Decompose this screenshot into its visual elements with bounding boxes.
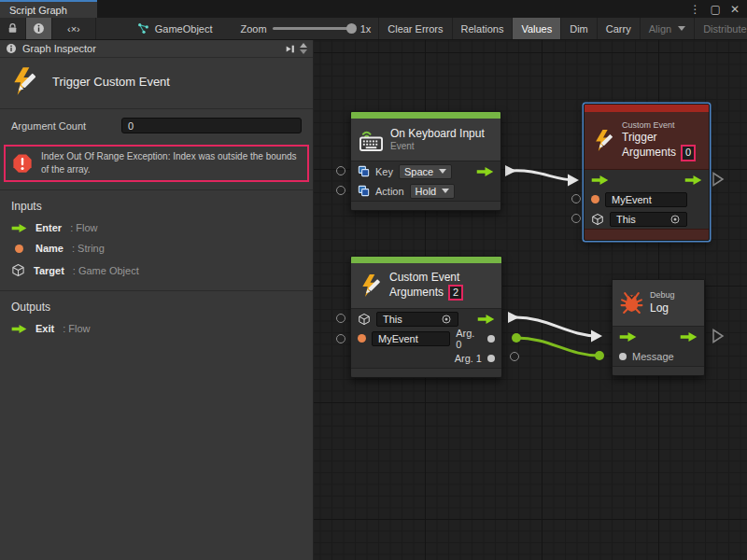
menu-icon[interactable]: ⋮ — [690, 4, 701, 15]
enum-icon — [358, 185, 370, 197]
spinner-down-icon[interactable] — [300, 49, 307, 54]
event-name-field[interactable]: MyEvent — [605, 192, 687, 207]
spinner-up-icon[interactable] — [300, 43, 307, 48]
zoom-slider[interactable] — [273, 27, 355, 30]
graph-canvas[interactable]: On Keyboard Input Event Key Space Action — [314, 40, 747, 560]
dim-button[interactable]: Dim — [561, 18, 598, 39]
event-colorbar — [351, 257, 501, 263]
port-trigger-name[interactable] — [571, 194, 581, 203]
dock-panel-icon[interactable] — [284, 43, 296, 55]
zoom-value: 1x — [360, 23, 372, 35]
tab-bar-spacer — [97, 0, 683, 18]
node-footer — [613, 366, 704, 375]
carry-button[interactable]: Carry — [598, 18, 641, 39]
gameobject-cube-icon[interactable] — [358, 313, 371, 326]
flow-in-port[interactable] — [591, 175, 609, 186]
node-header: On Keyboard Input Event — [351, 119, 500, 161]
distribute-button[interactable]: Distribute — [695, 18, 747, 39]
wire-keyboard-to-trigger[interactable] — [505, 165, 579, 187]
wire-arg0-to-message[interactable] — [512, 333, 604, 360]
argument-count-input[interactable] — [121, 118, 302, 133]
custom-event-icon — [592, 129, 615, 152]
outputs-section: Outputs Exit : Flow — [0, 291, 313, 347]
node-footer — [351, 201, 500, 210]
gameobject-cube-icon[interactable] — [591, 213, 604, 226]
key-row: Key Space — [351, 161, 500, 181]
node-header: Custom Event Arguments 2 — [351, 263, 501, 309]
values-button[interactable]: Values — [513, 18, 561, 39]
io-row-target: Target : Game Object — [11, 263, 302, 277]
arg1-port[interactable] — [487, 355, 495, 362]
flow-out-port[interactable] — [680, 331, 698, 343]
error-colorbar — [585, 105, 709, 112]
flow-out-port[interactable] — [684, 175, 702, 186]
chevron-down-icon — [442, 189, 449, 193]
target-field[interactable]: This — [610, 212, 687, 227]
name-row: MyEvent Arg. 0 — [351, 329, 501, 348]
flow-stub-trigger-exit[interactable] — [713, 174, 723, 186]
port-customevent-name[interactable] — [336, 334, 345, 343]
graph-inspector-header: Graph Inspector — [0, 40, 313, 58]
object-picker-icon[interactable] — [669, 214, 681, 225]
argument-count-row: Argument Count — [0, 109, 313, 143]
relations-button[interactable]: Relations — [453, 18, 514, 39]
code-preview-button[interactable]: ‹×› — [52, 18, 96, 39]
port-trigger-target[interactable] — [571, 214, 581, 223]
gameobject-graph-icon — [137, 22, 149, 35]
custom-event-icon — [359, 273, 383, 298]
node-header: Custom Event Trigger Arguments 0 — [585, 112, 709, 170]
node-debug-log[interactable]: Debug Log Message — [612, 279, 705, 376]
zoom-label: Zoom — [241, 23, 267, 35]
error-message-text: Index Out Of Range Exception: Index was … — [41, 150, 301, 176]
port-keyboard-key[interactable] — [336, 166, 345, 175]
tab-script-graph[interactable]: Script Graph — [0, 0, 97, 18]
node-trigger-custom-event[interactable]: Custom Event Trigger Arguments 0 — [584, 104, 710, 241]
flow-stub-debug-exit[interactable] — [713, 330, 723, 343]
action-row: Action Hold — [351, 181, 500, 201]
message-port[interactable] — [619, 353, 627, 360]
flow-row — [613, 327, 704, 346]
object-picker-icon[interactable] — [441, 314, 452, 325]
key-dropdown[interactable]: Space — [399, 164, 452, 179]
string-port[interactable] — [591, 195, 599, 203]
panel-title: Graph Inspector — [22, 43, 96, 54]
panel-spinner[interactable] — [300, 43, 307, 54]
io-row-name: Name : String — [11, 243, 302, 254]
node-custom-event[interactable]: Custom Event Arguments 2 This — [350, 256, 502, 378]
outputs-header: Outputs — [11, 301, 302, 314]
flow-out-port[interactable] — [477, 314, 495, 325]
arguments-count-badge[interactable]: 2 — [448, 285, 463, 301]
graph-toolbar: ‹×› GameObject Zoom 1x Clear Errors Rela… — [0, 18, 747, 40]
lock-button[interactable] — [0, 18, 26, 39]
target-row: This — [351, 309, 501, 329]
enum-icon — [358, 165, 370, 177]
zoom-control: Zoom 1x — [233, 18, 379, 39]
flow-out-port[interactable] — [476, 166, 494, 177]
chevron-down-icon — [678, 26, 685, 31]
node-on-keyboard-input[interactable]: On Keyboard Input Event Key Space Action — [350, 111, 501, 211]
event-name-field[interactable]: MyEvent — [372, 331, 450, 346]
tab-label: Script Graph — [9, 5, 67, 16]
error-octagon-icon — [12, 153, 33, 174]
string-port[interactable] — [358, 334, 366, 343]
graph-owner[interactable]: GameObject — [130, 18, 220, 39]
io-row-enter: Enter : Flow — [11, 222, 302, 233]
action-dropdown[interactable]: Hold — [410, 184, 456, 199]
port-customevent-target[interactable] — [336, 314, 345, 323]
bug-icon — [620, 291, 643, 315]
close-icon[interactable]: ✕ — [730, 4, 740, 15]
arguments-count-badge[interactable]: 0 — [681, 145, 696, 161]
panel-empty-space — [0, 347, 313, 560]
port-customevent-arg1[interactable] — [510, 352, 519, 361]
target-field[interactable]: This — [376, 312, 458, 327]
info-toggle-button[interactable] — [26, 18, 52, 39]
arg0-port[interactable] — [487, 335, 495, 343]
error-message-box: Index Out Of Range Exception: Index was … — [4, 145, 309, 182]
clear-errors-button[interactable]: Clear Errors — [378, 18, 452, 39]
maximize-icon[interactable]: ▢ — [711, 4, 721, 15]
unit-title: Trigger Custom Event — [52, 75, 170, 89]
port-keyboard-action[interactable] — [336, 186, 345, 195]
align-button[interactable]: Align — [641, 18, 695, 39]
zoom-slider-thumb[interactable] — [346, 23, 357, 34]
flow-in-port[interactable] — [619, 331, 637, 343]
